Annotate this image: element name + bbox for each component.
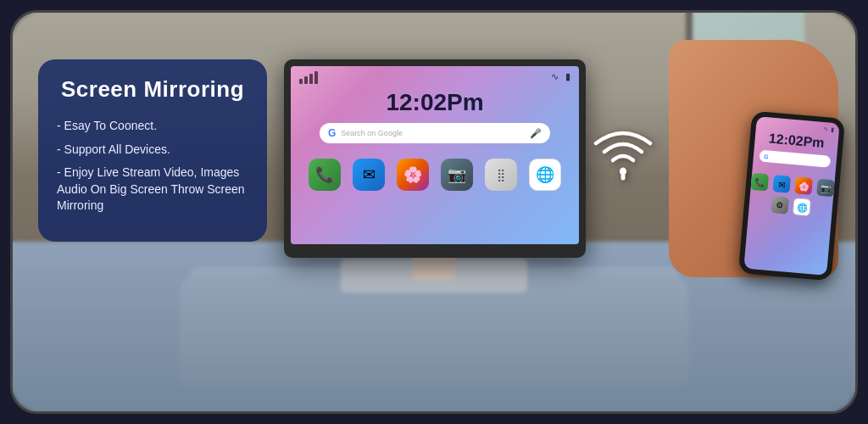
tv-frame: ∿ ▮ 12:02Pm G Search on Google 🎤 📞 ✉ 🌸 📷… bbox=[284, 59, 586, 258]
tv-signal-icon bbox=[299, 71, 318, 84]
ph-photo-icon[interactable]: 🌸 bbox=[794, 176, 813, 195]
google-logo: G bbox=[328, 127, 336, 139]
phone-google-logo: G bbox=[764, 153, 769, 159]
battery-icon: ▮ bbox=[565, 71, 570, 84]
wifi-status-icon: ∿ bbox=[551, 71, 559, 84]
phone-in-hand: ∿ ▮ 12:02Pm G 📞 ✉ 🌸 📷 ⚙ 🌐 bbox=[745, 114, 838, 277]
camera-app-icon[interactable]: 📷 bbox=[441, 159, 473, 191]
photos-app-icon[interactable]: 🌸 bbox=[397, 159, 429, 191]
phone-app-icons-row2: ⚙ 🌐 bbox=[771, 196, 811, 216]
feature-item-1: - Esay To Coonect. bbox=[57, 118, 248, 135]
info-card-title: Screen Mirroring bbox=[57, 76, 248, 103]
phone-screen: ∿ ▮ 12:02Pm G 📞 ✉ 🌸 📷 ⚙ 🌐 bbox=[743, 116, 839, 276]
feature-item-2: - Support All Devices. bbox=[57, 142, 248, 159]
ph-settings-icon[interactable]: ⚙ bbox=[771, 196, 789, 215]
apps-icon[interactable]: ⣿ bbox=[485, 159, 517, 191]
tv-screen: ∿ ▮ 12:02Pm G Search on Google 🎤 📞 ✉ 🌸 📷… bbox=[291, 66, 579, 244]
chrome-app-icon[interactable]: 🌐 bbox=[529, 159, 561, 191]
phone-wifi-icon: ∿ bbox=[823, 126, 829, 132]
ph-phone-icon[interactable]: 📞 bbox=[750, 173, 769, 192]
tv-app-icons-row: 📞 ✉ 🌸 📷 ⣿ 🌐 bbox=[309, 159, 561, 191]
feature-item-3: - Enjoy Live Stream Video, Images Audio … bbox=[57, 165, 248, 215]
phone-device: ∿ ▮ 12:02Pm G 📞 ✉ 🌸 📷 ⚙ 🌐 bbox=[738, 111, 845, 282]
tv-status-bar: ∿ ▮ bbox=[291, 66, 579, 86]
app-container: Screen Mirroring - Esay To Coonect. - Su… bbox=[10, 10, 858, 414]
svg-point-0 bbox=[620, 168, 626, 175]
tv-search-bar[interactable]: G Search on Google 🎤 bbox=[320, 123, 550, 143]
tv-time-display: 12:02Pm bbox=[386, 89, 483, 116]
tv-right-status: ∿ ▮ bbox=[551, 71, 570, 84]
info-card: Screen Mirroring - Esay To Coonect. - Su… bbox=[38, 59, 267, 242]
phone-battery-icon: ▮ bbox=[831, 126, 835, 133]
ph-camera-icon[interactable]: 📷 bbox=[816, 179, 835, 198]
features-list: - Esay To Coonect. - Support All Devices… bbox=[57, 118, 248, 215]
wifi-symbol bbox=[589, 123, 657, 186]
ph-chrome-icon[interactable]: 🌐 bbox=[793, 198, 811, 216]
wifi-svg-icon bbox=[589, 123, 657, 182]
mic-icon: 🎤 bbox=[530, 128, 542, 139]
ph-mail-icon[interactable]: ✉ bbox=[772, 175, 791, 193]
phone-search-bar[interactable]: G bbox=[760, 150, 831, 168]
phone-app-icons-row1: 📞 ✉ 🌸 📷 bbox=[750, 173, 834, 197]
phone-app-icon[interactable]: 📞 bbox=[309, 159, 341, 191]
phone-time-display: 12:02Pm bbox=[768, 131, 825, 151]
search-input-placeholder: Search on Google bbox=[341, 129, 525, 137]
mail-app-icon[interactable]: ✉ bbox=[353, 159, 385, 191]
tv-display: ∿ ▮ 12:02Pm G Search on Google 🎤 📞 ✉ 🌸 📷… bbox=[284, 59, 586, 258]
